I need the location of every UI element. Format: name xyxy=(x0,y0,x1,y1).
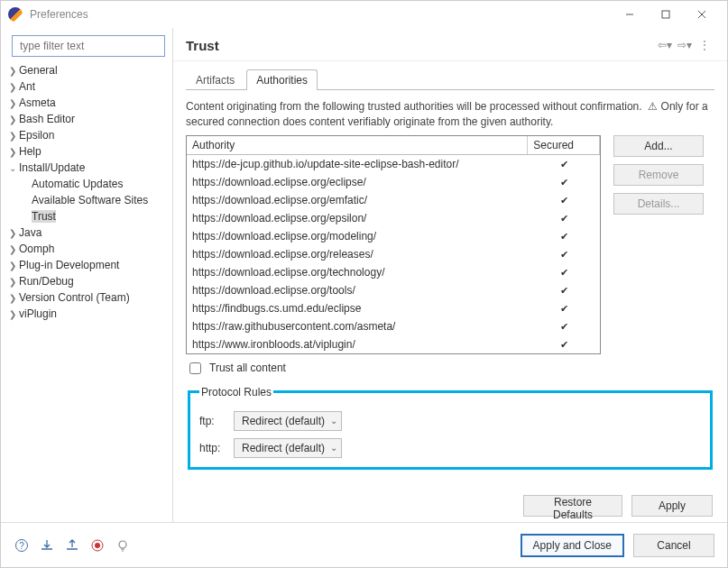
check-icon: ✔ xyxy=(560,177,568,188)
tree-item-vcs[interactable]: ❯Version Control (Team) xyxy=(6,289,167,306)
filter-input[interactable] xyxy=(18,39,159,53)
chevron-down-icon: ⌄ xyxy=(330,416,337,426)
description-text: Content originating from the following t… xyxy=(186,99,714,130)
check-icon: ✔ xyxy=(560,195,568,206)
tree-item-automatic-updates[interactable]: Automatic Updates xyxy=(6,176,167,192)
menu-icon[interactable]: ⋮ xyxy=(695,37,714,53)
secured-cell: ✔ xyxy=(528,281,600,299)
secured-cell: ✔ xyxy=(528,209,600,227)
tree-item-plugin-dev[interactable]: ❯Plug-in Development xyxy=(6,257,167,273)
chevron-right-icon: ❯ xyxy=(6,244,19,254)
chevron-down-icon[interactable]: ⌄ xyxy=(6,163,19,173)
check-icon: ✔ xyxy=(560,267,568,278)
tab-artifacts[interactable]: Artifacts xyxy=(186,69,244,90)
protocol-row-ftp: ftp: Redirect (default) ⌄ xyxy=(199,411,701,431)
tree-item-viplugin[interactable]: ❯viPlugin xyxy=(6,306,167,322)
bulb-icon[interactable] xyxy=(115,537,131,554)
tree-item-trust[interactable]: Trust xyxy=(6,208,167,224)
check-icon: ✔ xyxy=(560,249,568,260)
table-row[interactable]: https://www.ironbloods.at/viplugin/✔ xyxy=(187,335,600,353)
table-row[interactable]: https://raw.githubusercontent.com/asmeta… xyxy=(187,317,600,335)
add-button[interactable]: Add... xyxy=(613,135,704,157)
table-row[interactable]: https://download.eclipse.org/epsilon/✔ xyxy=(187,209,600,227)
help-icon[interactable]: ? xyxy=(14,537,30,554)
back-button[interactable]: ⇦▾ xyxy=(655,37,675,53)
check-icon: ✔ xyxy=(560,213,568,224)
tab-authorities[interactable]: Authorities xyxy=(246,69,318,90)
trust-all-row[interactable]: Trust all content xyxy=(186,360,714,377)
export-icon[interactable] xyxy=(64,537,80,554)
chevron-right-icon: ❯ xyxy=(6,293,19,303)
close-button[interactable] xyxy=(684,2,720,27)
tree-item-help[interactable]: ❯Help xyxy=(6,143,167,160)
table-row[interactable]: https://download.eclipse.org/eclipse/✔ xyxy=(187,173,600,191)
preferences-window: Preferences ❯General ❯Ant ❯Asmeta ❯Bash … xyxy=(0,0,728,568)
protocol-rules-group: Protocol Rules ftp: Redirect (default) ⌄… xyxy=(188,386,713,470)
tree-item-install-update[interactable]: ⌄Install/Update xyxy=(6,160,167,176)
tree-item-java[interactable]: ❯Java xyxy=(6,224,167,241)
maximize-button[interactable] xyxy=(648,2,684,27)
tree-item-asmeta[interactable]: ❯Asmeta xyxy=(6,95,167,111)
filter-box[interactable] xyxy=(12,35,165,57)
table-row[interactable]: https://de-jcup.github.io/update-site-ec… xyxy=(187,155,600,173)
tree-item-ant[interactable]: ❯Ant xyxy=(6,78,167,95)
trust-all-checkbox[interactable] xyxy=(189,362,201,374)
authorities-table[interactable]: Authority Secured https://de-jcup.github… xyxy=(186,135,601,354)
chevron-right-icon: ❯ xyxy=(6,131,19,141)
column-authority[interactable]: Authority xyxy=(187,136,528,154)
authority-cell: https://download.eclipse.org/tools/ xyxy=(187,281,528,299)
minimize-button[interactable] xyxy=(612,2,648,27)
forward-button[interactable]: ⇨▾ xyxy=(675,37,695,53)
restore-defaults-button[interactable]: Restore Defaults xyxy=(523,495,622,517)
table-row[interactable]: https://download.eclipse.org/modeling/✔ xyxy=(187,227,600,245)
chevron-right-icon: ❯ xyxy=(6,66,19,76)
table-row[interactable]: https://download.eclipse.org/tools/✔ xyxy=(187,281,600,299)
check-icon: ✔ xyxy=(560,303,568,314)
tree-item-general[interactable]: ❯General xyxy=(6,62,167,78)
protocol-row-http: http: Redirect (default) ⌄ xyxy=(199,438,701,458)
tree-item-epsilon[interactable]: ❯Epsilon xyxy=(6,127,167,143)
svg-point-7 xyxy=(95,543,100,548)
chevron-right-icon: ❯ xyxy=(6,147,19,157)
table-row[interactable]: https://download.eclipse.org/releases/✔ xyxy=(187,245,600,263)
protocol-rules-title: Protocol Rules xyxy=(199,386,273,399)
authority-cell: https://download.eclipse.org/eclipse/ xyxy=(187,173,528,191)
chevron-right-icon: ❯ xyxy=(6,261,19,270)
page-header: Trust ⇦▾ ⇨▾ ⋮ xyxy=(173,28,727,61)
table-row[interactable]: https://findbugs.cs.umd.edu/eclipse✔ xyxy=(187,299,600,317)
app-icon xyxy=(8,7,23,22)
protocol-select-ftp[interactable]: Redirect (default) ⌄ xyxy=(234,411,342,431)
tree-item-oomph[interactable]: ❯Oomph xyxy=(6,241,167,257)
authority-cell: https://findbugs.cs.umd.edu/eclipse xyxy=(187,299,528,317)
protocol-select-http[interactable]: Redirect (default) ⌄ xyxy=(234,438,342,458)
protocol-label-ftp: ftp: xyxy=(199,415,228,427)
preferences-tree[interactable]: ❯General ❯Ant ❯Asmeta ❯Bash Editor ❯Epsi… xyxy=(6,62,167,322)
apply-button[interactable]: Apply xyxy=(631,495,713,517)
secured-cell: ✔ xyxy=(528,263,600,281)
titlebar: Preferences xyxy=(1,1,727,28)
table-row[interactable]: https://download.eclipse.org/technology/… xyxy=(187,263,600,281)
import-icon[interactable] xyxy=(39,537,55,554)
details-button[interactable]: Details... xyxy=(613,193,704,215)
authority-cell: https://download.eclipse.org/modeling/ xyxy=(187,227,528,245)
remove-button[interactable]: Remove xyxy=(613,164,704,186)
authority-cell: https://raw.githubusercontent.com/asmeta… xyxy=(187,317,528,335)
authority-cell: https://www.ironbloods.at/viplugin/ xyxy=(187,335,528,353)
check-icon: ✔ xyxy=(560,285,568,296)
tree-item-bash-editor[interactable]: ❯Bash Editor xyxy=(6,111,167,127)
secured-cell: ✔ xyxy=(528,245,600,263)
svg-rect-1 xyxy=(662,11,669,18)
table-row[interactable]: https://download.eclipse.org/emfatic/✔ xyxy=(187,191,600,209)
cancel-button[interactable]: Cancel xyxy=(633,534,714,557)
column-secured[interactable]: Secured xyxy=(528,136,600,154)
sidebar: ❯General ❯Ant ❯Asmeta ❯Bash Editor ❯Epsi… xyxy=(1,28,172,522)
secured-cell: ✔ xyxy=(528,335,600,353)
chevron-right-icon: ❯ xyxy=(6,98,19,108)
svg-text:?: ? xyxy=(19,541,24,551)
check-icon: ✔ xyxy=(560,321,568,332)
tree-item-available-software-sites[interactable]: Available Software Sites xyxy=(6,192,167,208)
secured-cell: ✔ xyxy=(528,317,600,335)
tree-item-run-debug[interactable]: ❯Run/Debug xyxy=(6,273,167,289)
apply-and-close-button[interactable]: Apply and Close xyxy=(521,534,624,557)
record-icon[interactable] xyxy=(89,537,106,554)
